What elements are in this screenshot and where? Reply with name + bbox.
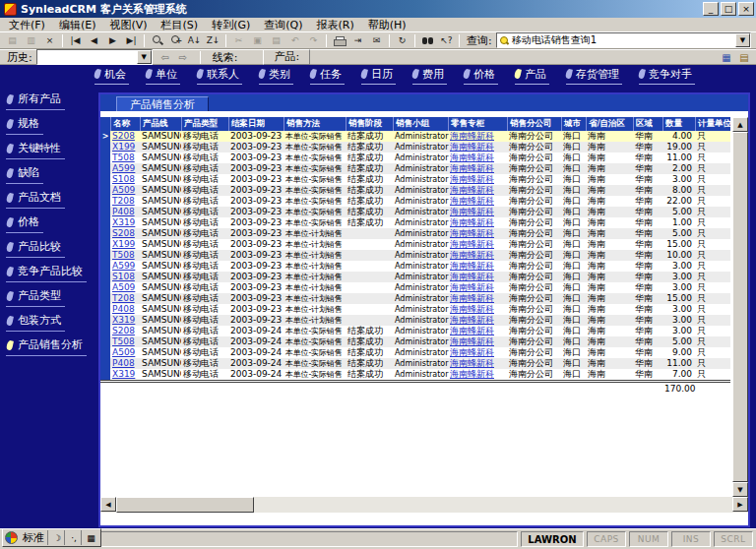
product-name-link[interactable]: T208 [110, 196, 140, 207]
prev-record-button[interactable]: ◀ [85, 32, 103, 48]
grid-view-icon[interactable]: ▦ [718, 49, 735, 65]
product-name-link[interactable]: T508 [110, 152, 140, 163]
query-dropdown-button[interactable]: ▼ [735, 33, 750, 47]
nav-tab-competitors[interactable]: 竞争对手 [639, 67, 695, 85]
nav-tab-calendar[interactable]: 日历 [361, 67, 396, 85]
punctuation-icon[interactable]: ·, [67, 530, 82, 545]
sort-descending-button[interactable]: Z↓ [204, 32, 222, 48]
menu-query[interactable]: 查询(Q) [257, 18, 309, 32]
product-name-link[interactable]: A599 [110, 163, 140, 174]
retail-counter-link[interactable]: 海南蜂新科 [448, 217, 507, 228]
close-button[interactable]: × [738, 2, 754, 16]
nav-tab-tasks[interactable]: 任务 [310, 67, 345, 85]
column-header[interactable]: 计量单位 [695, 117, 730, 131]
product-name-link[interactable]: T208 [110, 293, 140, 304]
soft-keyboard-icon[interactable]: ▦ [84, 530, 98, 545]
page-title-tab[interactable]: 产品销售分析 [116, 96, 209, 111]
refresh-button[interactable]: ↻ [393, 32, 411, 48]
menu-view[interactable]: 视图(V) [102, 18, 154, 32]
column-header[interactable]: 销售方法 [284, 117, 346, 131]
table-row[interactable]: S208SAMSUNG移动电话2003-09-23本单位-计划销售Adminis… [100, 228, 730, 239]
table-row[interactable]: X199SAMSUNG移动电话2003-09-23本单位-计划销售Adminis… [100, 239, 730, 250]
table-row[interactable]: S108SAMSUNG移动电话2003-09-23本单位-实际销售结案成功Adm… [100, 174, 730, 185]
column-header[interactable]: 销售分公司 [507, 117, 561, 131]
horizontal-scrollbar[interactable]: ◀ ▶ [100, 497, 748, 513]
nav-tab-opportunity[interactable]: 机会 [94, 67, 129, 85]
column-header[interactable]: 零售专柜 [448, 117, 507, 131]
nav-tab-category[interactable]: 类别 [259, 67, 293, 85]
history-combobox[interactable]: ▼ [36, 49, 153, 65]
sidebar-item-product-category[interactable]: 产品类型 [6, 287, 65, 307]
nav-tab-inventory-management[interactable]: 存货管理 [566, 67, 622, 85]
retail-counter-link[interactable]: 海南蜂新科 [448, 131, 507, 142]
retail-counter-link[interactable]: 海南蜂新科 [448, 336, 507, 347]
minimize-button[interactable]: _ [703, 2, 719, 16]
vertical-scroll-thumb[interactable] [732, 132, 748, 482]
scroll-right-icon[interactable]: ▶ [732, 497, 748, 512]
retail-counter-link[interactable]: 海南蜂新科 [448, 207, 507, 217]
report-view-icon[interactable]: ▤ [735, 49, 753, 65]
product-name-link[interactable]: A509 [110, 282, 140, 293]
find-button[interactable] [418, 32, 437, 48]
retail-counter-link[interactable]: 海南蜂新科 [448, 196, 507, 207]
column-header[interactable]: 销售小组 [393, 117, 448, 131]
table-row[interactable]: A599SAMSUNG移动电话2003-09-23本单位-实际销售结案成功Adm… [100, 163, 730, 174]
next-record-button[interactable]: ▶ [103, 32, 122, 48]
delete-button[interactable]: × [40, 32, 59, 48]
column-header[interactable]: 产品类型 [181, 117, 228, 131]
sidebar-item-product-sales-analysis[interactable]: 产品销售分析 [6, 336, 87, 356]
sidebar-item-product-comparison[interactable]: 产品比较 [6, 238, 65, 258]
retail-counter-link[interactable]: 海南蜂新科 [448, 272, 507, 282]
retail-counter-link[interactable]: 海南蜂新科 [448, 358, 507, 369]
product-name-link[interactable]: S108 [110, 174, 140, 185]
column-header[interactable]: 城市 [561, 117, 586, 131]
table-row[interactable]: A509SAMSUNG移动电话2003-09-23本单位-实际销售结案成功Adm… [100, 185, 730, 196]
table-row[interactable]: T508SAMSUNG移动电话2003-09-23本单位-计划销售Adminis… [100, 250, 730, 261]
product-name-link[interactable]: X199 [110, 239, 140, 250]
history-forward-button[interactable]: ⇨ [174, 49, 192, 65]
sidebar-item-specifications[interactable]: 规格 [6, 115, 43, 135]
table-row[interactable]: A509SAMSUNG移动电话2003-09-23本单位-计划销售Adminis… [100, 282, 730, 293]
column-header[interactable]: 区域 [633, 117, 662, 131]
vertical-scrollbar[interactable]: ▲ ▼ [732, 117, 748, 497]
sidebar-item-competitor-product-comparison[interactable]: 竞争产品比较 [6, 263, 87, 282]
fullwidth-moon-icon[interactable]: ☽ [50, 530, 65, 545]
print-button[interactable] [330, 32, 348, 48]
retail-counter-link[interactable]: 海南蜂新科 [448, 152, 507, 163]
table-row[interactable]: X319SAMSUNG移动电话2003-09-24本单位-实际销售结案成功Adm… [100, 369, 730, 380]
sidebar-item-packaging-type[interactable]: 包装方式 [6, 312, 65, 332]
horizontal-scroll-thumb[interactable] [116, 497, 254, 513]
table-row[interactable]: X319SAMSUNG移动电话2003-09-23本单位-实际销售结案成功Adm… [100, 217, 730, 228]
table-row[interactable]: T208SAMSUNG移动电话2003-09-23本单位-实际销售结案成功Adm… [100, 196, 730, 207]
retail-counter-link[interactable]: 海南蜂新科 [448, 142, 507, 152]
ime-mode-label[interactable]: 标准 [20, 530, 48, 545]
product-name-link[interactable]: T508 [110, 336, 140, 347]
column-header[interactable]: 省/自治区 [586, 117, 633, 131]
menu-columns[interactable]: 栏目(S) [155, 18, 206, 32]
column-header[interactable]: 名称 [110, 117, 140, 131]
menu-goto[interactable]: 转到(G) [205, 18, 257, 32]
product-name-link[interactable]: X319 [110, 315, 140, 326]
table-row[interactable]: P408SAMSUNG移动电话2003-09-24本单位-实际销售结案成功Adm… [100, 358, 730, 369]
menu-edit[interactable]: 编辑(E) [52, 18, 103, 32]
zoom-search-button[interactable] [166, 32, 185, 48]
retail-counter-link[interactable]: 海南蜂新科 [448, 282, 507, 293]
column-header[interactable]: 结案日期 [228, 117, 284, 131]
table-row[interactable]: S108SAMSUNG移动电话2003-09-23本单位-计划销售Adminis… [100, 272, 730, 282]
sidebar-item-defects[interactable]: 缺陷 [6, 164, 43, 184]
scroll-track[interactable] [254, 497, 732, 513]
sidebar-item-price[interactable]: 价格 [6, 214, 43, 233]
retail-counter-link[interactable]: 海南蜂新科 [448, 228, 507, 239]
retail-counter-link[interactable]: 海南蜂新科 [448, 293, 507, 304]
table-row[interactable]: T508SAMSUNG移动电话2003-09-23本单位-实际销售结案成功Adm… [100, 152, 730, 163]
mail-button[interactable]: ✉ [367, 32, 386, 48]
ime-logo-icon[interactable] [5, 531, 18, 544]
product-name-link[interactable]: A509 [110, 347, 140, 358]
scroll-down-icon[interactable]: ▼ [732, 482, 748, 497]
column-header[interactable]: 销售阶段 [346, 117, 393, 131]
last-record-button[interactable]: ▶| [122, 32, 141, 48]
search-button[interactable] [148, 32, 166, 48]
retail-counter-link[interactable]: 海南蜂新科 [448, 163, 507, 174]
export-button[interactable]: ⇥ [348, 32, 367, 48]
table-row[interactable]: S208SAMSUNG移动电话2003-09-24本单位-实际销售结案成功Adm… [100, 326, 730, 336]
